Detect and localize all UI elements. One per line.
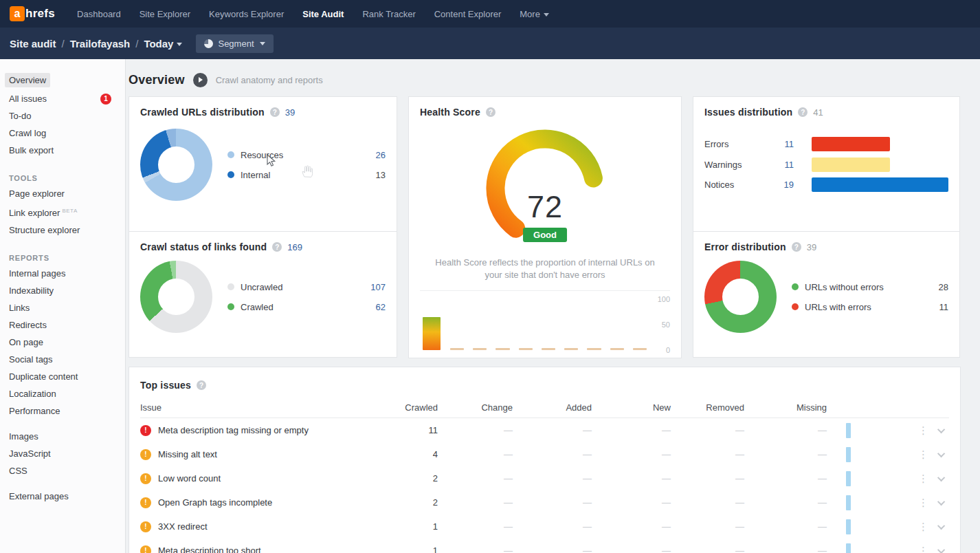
row-menu-icon[interactable]: ⋮ (918, 547, 928, 553)
sidebar-item-javascript[interactable]: JavaScript (0, 445, 125, 462)
expand-row-icon[interactable] (937, 473, 945, 481)
links-found-count[interactable]: 169 (287, 242, 302, 252)
sidebar-item-on-page[interactable]: On page (0, 334, 125, 351)
expand-row-icon[interactable] (937, 521, 945, 529)
nav-item-content-explorer[interactable]: Content Explorer (434, 9, 502, 19)
help-icon[interactable]: ? (798, 107, 808, 117)
nav-item-rank-tracker[interactable]: Rank Tracker (362, 9, 415, 19)
col-missing[interactable]: Missing (744, 402, 827, 413)
sidebar-item-bulk-export[interactable]: Bulk export (0, 142, 125, 159)
sidebar-item-todo[interactable]: To-do (0, 107, 125, 124)
row-menu-icon[interactable]: ⋮ (918, 475, 928, 482)
card-title: Crawl status of links found (140, 241, 267, 252)
expand-row-icon[interactable] (937, 449, 945, 457)
card-title: Top issues (140, 380, 191, 391)
left-card-column: Crawled URLs distribution ? 39 Resources… (129, 96, 397, 358)
sidebar-item-overview[interactable]: Overview (0, 70, 125, 90)
nav-item-more[interactable]: More (520, 9, 549, 19)
legend-item-uncrawled[interactable]: Uncrawled 107 (227, 277, 386, 297)
trend-sparkline-bar (846, 519, 851, 534)
help-icon[interactable]: ? (486, 107, 495, 117)
issue-link[interactable]: Meta description too short (158, 545, 261, 553)
sidebar-item-indexability[interactable]: Indexability (0, 282, 125, 299)
trend-sparkline-bar (846, 543, 851, 553)
legend-item-urls-with-errors[interactable]: URLs with errors 11 (792, 297, 948, 317)
row-menu-icon[interactable]: ⋮ (918, 427, 928, 434)
nav-item-site-explorer[interactable]: Site Explorer (140, 9, 190, 19)
health-score-history-chart: 100 50 0 (420, 290, 670, 360)
play-video-icon[interactable] (193, 73, 208, 87)
breadcrumb-project[interactable]: Trailofayash (70, 38, 131, 50)
legend-dot (227, 151, 234, 158)
sidebar-item-structure-explorer[interactable]: Structure explorer (0, 221, 125, 239)
nav-item-keywords-explorer[interactable]: Keywords Explorer (209, 9, 284, 19)
card-title: Health Score (420, 107, 480, 118)
crawled-urls-count[interactable]: 39 (285, 107, 295, 118)
col-change[interactable]: Change (438, 402, 513, 413)
sidebar-item-css[interactable]: CSS (0, 462, 125, 479)
table-row: !3XX redirect 1 — — — — — ⋮ (140, 514, 949, 539)
segment-button[interactable]: Segment (196, 34, 273, 53)
legend-item-crawled[interactable]: Crawled 62 (227, 297, 386, 317)
sidebar-item-redirects[interactable]: Redirects (0, 316, 125, 334)
sidebar-item-duplicate-content[interactable]: Duplicate content (0, 368, 125, 385)
card-top-issues: Top issues ? Issue Crawled Change Added … (129, 367, 961, 553)
sidebar-item-link-explorer[interactable]: Link explorerBETA (0, 202, 125, 221)
sidebar-item-images[interactable]: Images (0, 428, 125, 445)
expand-row-icon[interactable] (937, 425, 945, 433)
warnings-bar[interactable] (812, 158, 890, 172)
legend-item-urls-without-errors[interactable]: URLs without errors 28 (792, 277, 948, 297)
col-crawled[interactable]: Crawled (389, 402, 438, 413)
legend-dot (792, 283, 799, 290)
breadcrumb-site-audit[interactable]: Site audit (10, 38, 56, 50)
notices-bar[interactable] (812, 177, 948, 192)
sidebar-item-localization[interactable]: Localization (0, 385, 125, 402)
errors-bar[interactable] (812, 137, 890, 151)
expand-row-icon[interactable] (937, 497, 945, 505)
crawl-status-donut-chart[interactable] (140, 261, 212, 333)
health-score-value: 72 (472, 189, 618, 225)
col-issue[interactable]: Issue (140, 402, 389, 413)
help-icon[interactable]: ? (270, 107, 280, 117)
gauge-arc (472, 123, 618, 244)
sidebar-item-external-pages[interactable]: External pages (0, 488, 125, 505)
breadcrumb-crawl-selector[interactable]: Today (144, 38, 182, 50)
issue-link[interactable]: Missing alt text (158, 449, 217, 459)
issue-link[interactable]: Meta description tag missing or empty (158, 425, 309, 435)
nav-item-dashboard[interactable]: Dashboard (77, 9, 121, 19)
col-removed[interactable]: Removed (671, 402, 744, 413)
row-menu-icon[interactable]: ⋮ (918, 451, 928, 458)
legend-item-internal[interactable]: Internal 13 (227, 165, 386, 185)
sidebar-item-crawl-log[interactable]: Crawl log (0, 124, 125, 142)
health-score-history-bar[interactable] (423, 317, 441, 350)
sidebar-item-internal-pages[interactable]: Internal pages (0, 265, 125, 282)
row-menu-icon[interactable]: ⋮ (918, 499, 928, 506)
sidebar-item-links[interactable]: Links (0, 299, 125, 316)
ahrefs-logo[interactable]: a hrefs (10, 6, 55, 21)
col-added[interactable]: Added (513, 402, 592, 413)
crawled-urls-donut-chart[interactable] (140, 129, 212, 201)
issue-link[interactable]: Low word count (158, 473, 221, 484)
help-icon[interactable]: ? (197, 380, 206, 390)
issue-link[interactable]: Open Graph tags incomplete (158, 497, 272, 508)
error-distribution-donut-chart[interactable] (704, 261, 777, 333)
warning-icon: ! (140, 473, 151, 484)
trend-sparkline-bar (846, 495, 851, 510)
sidebar-item-social-tags[interactable]: Social tags (0, 351, 125, 368)
expand-row-icon[interactable] (937, 545, 945, 553)
warning-icon: ! (140, 449, 151, 460)
issue-link[interactable]: 3XX redirect (158, 521, 208, 532)
table-row: !Missing alt text 4 — — — — — ⋮ (140, 442, 949, 466)
video-link[interactable]: Crawl anatomy and reports (216, 75, 323, 85)
row-menu-icon[interactable]: ⋮ (918, 523, 928, 530)
help-icon[interactable]: ? (272, 242, 282, 252)
help-icon[interactable]: ? (792, 242, 801, 252)
sidebar-item-page-explorer[interactable]: Page explorer (0, 185, 125, 202)
warning-icon: ! (140, 545, 151, 553)
col-new[interactable]: New (592, 402, 671, 413)
nav-item-site-audit[interactable]: Site Audit (302, 9, 344, 19)
sidebar-item-performance[interactable]: Performance (0, 402, 125, 420)
sidebar-item-all-issues[interactable]: All issues 1 (0, 90, 125, 107)
card-error-distribution: Error distribution ? 39 URLs without err… (693, 231, 960, 358)
legend-item-resources[interactable]: Resources 26 (227, 145, 386, 165)
